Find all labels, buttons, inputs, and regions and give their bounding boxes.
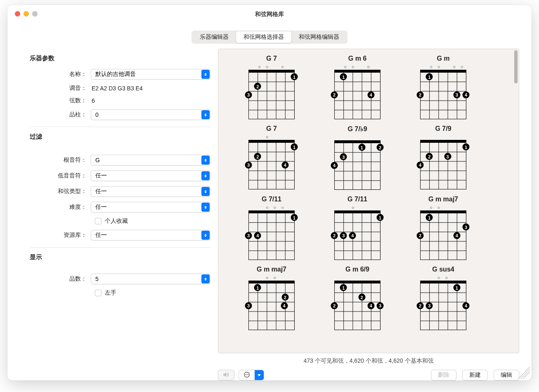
chord-item[interactable]: G m maj7○○1234 — [239, 266, 304, 330]
chord-name: G m — [437, 55, 449, 62]
chord-item[interactable]: G m maj7○○1324 — [411, 196, 476, 260]
row-capo: 品柱： 0 — [30, 109, 210, 120]
chord-item[interactable]: G 7○○○123 — [239, 55, 304, 119]
select-name-value: 默认的吉他调音 — [95, 71, 136, 78]
fretboard: 12243 — [329, 281, 385, 330]
select-bass[interactable]: 任一 — [91, 170, 210, 181]
finger-dot: 4 — [349, 232, 356, 239]
open-strings-row: ○○○ — [334, 64, 381, 69]
fretboard: 1234 — [415, 140, 471, 189]
finger-dot: 2 — [417, 91, 424, 98]
select-capo-value: 0 — [95, 111, 99, 118]
close-window-button[interactable] — [15, 11, 20, 17]
window: 和弦网格库 乐器编辑器 和弦网格选择器 和弦网格编辑器 乐器参数 名称： 默认的… — [7, 5, 532, 380]
chord-item[interactable]: G 7/91234 — [411, 125, 476, 190]
finger-dot: 4 — [463, 91, 470, 98]
label-frets: 品数： — [30, 275, 91, 283]
value-tuning: E2 A2 D3 G3 B3 E4 — [91, 85, 210, 92]
chevron-updown-icon — [201, 203, 210, 212]
label-tuning: 调音： — [30, 85, 91, 92]
fretboard: 124 — [329, 70, 385, 119]
open-strings-row — [334, 275, 381, 280]
chevron-updown-icon — [201, 171, 210, 180]
finger-dot: 4 — [281, 161, 288, 168]
svg-point-1 — [245, 374, 246, 375]
label-root: 根音符： — [30, 156, 91, 164]
chevron-updown-icon — [201, 231, 210, 240]
finger-dot: 4 — [367, 91, 374, 98]
row-strings: 弦数： 6 — [30, 97, 210, 104]
tab-chord-grid-selector[interactable]: 和弦网格选择器 — [236, 31, 291, 43]
edit-button[interactable]: 编辑 — [494, 370, 519, 380]
finger-dot: 2 — [331, 91, 338, 98]
resize-handle[interactable] — [518, 366, 530, 379]
finger-dot: 3 — [463, 224, 470, 231]
select-library-value: 任一 — [95, 231, 107, 239]
finger-dot: 3 — [245, 91, 252, 98]
chord-item[interactable]: G m○○○○1234 — [411, 55, 476, 119]
chord-name: G m 6/9 — [345, 266, 369, 273]
open-strings-row: ○○○ — [248, 205, 295, 210]
fretboard: 1234 — [243, 281, 300, 330]
chord-grid-list[interactable]: G 7○○○123G m 6○○○124G m○○○○1234G 7○1234G… — [218, 49, 519, 353]
checkbox-lefthand[interactable] — [95, 290, 102, 296]
chord-item[interactable]: G 7/11○○○134 — [239, 196, 304, 260]
finger-dot: 2 — [358, 294, 365, 301]
finger-dot: 1 — [291, 144, 298, 151]
open-strings-row: ○○ — [420, 205, 466, 210]
open-strings-row — [420, 135, 466, 139]
label-name: 名称： — [30, 71, 91, 78]
fretboard: 123 — [243, 70, 300, 119]
scrollbar-thumb[interactable] — [514, 50, 518, 83]
select-library[interactable]: 任一 — [91, 230, 210, 241]
select-capo[interactable]: 0 — [91, 109, 210, 120]
grid-area: G 7○○○123G m 6○○○124G m○○○○1234G 7○1234G… — [218, 49, 519, 380]
finger-dot: 3 — [340, 232, 347, 239]
finger-dot: 2 — [377, 144, 384, 151]
new-button[interactable]: 新建 — [462, 370, 488, 380]
delete-button[interactable]: 删除 — [431, 370, 456, 380]
finger-dot: 3 — [245, 161, 252, 168]
finger-dot: 3 — [377, 302, 384, 309]
fretboard: 134 — [243, 210, 300, 260]
open-strings-row: ○○ — [420, 275, 466, 280]
svg-point-2 — [246, 374, 247, 375]
open-strings-row: ○ — [248, 135, 295, 139]
chevron-updown-icon — [201, 156, 210, 165]
fretboard: 1234 — [415, 70, 471, 119]
chord-item[interactable]: G 7○1234 — [239, 125, 304, 190]
tab-chord-grid-editor[interactable]: 和弦网格编辑器 — [291, 31, 347, 43]
tab-bar: 乐器编辑器 和弦网格选择器 和弦网格编辑器 — [7, 31, 532, 44]
select-root-value: G — [95, 157, 100, 163]
value-strings: 6 — [91, 97, 210, 104]
chord-item[interactable]: G 7/♭91234 — [325, 125, 390, 190]
tab-instrument-editor[interactable]: 乐器编辑器 — [192, 31, 236, 43]
select-root[interactable]: G — [91, 155, 210, 165]
select-difficulty[interactable]: 任一 — [91, 202, 210, 213]
chord-item[interactable]: G sus4○○1234 — [411, 266, 476, 330]
select-chordtype[interactable]: 任一 — [91, 186, 210, 197]
select-frets[interactable]: 5 — [91, 274, 210, 284]
open-strings-row: ○ — [334, 205, 381, 210]
select-name[interactable]: 默认的吉他调音 — [91, 69, 210, 80]
minimize-window-button[interactable] — [24, 11, 29, 17]
row-difficulty: 难度： 任一 — [30, 202, 210, 213]
chord-item[interactable]: G m 6○○○124 — [325, 55, 390, 119]
finger-dot: 1 — [340, 284, 347, 291]
chord-item[interactable]: G m 6/912243 — [325, 266, 390, 330]
finger-dot: 1 — [340, 73, 347, 80]
zoom-window-button[interactable] — [32, 11, 38, 17]
tab-group: 乐器编辑器 和弦网格选择器 和弦网格编辑器 — [191, 31, 348, 44]
speaker-button[interactable] — [218, 370, 234, 380]
row-root: 根音符： G — [30, 155, 210, 165]
more-actions-button[interactable] — [239, 370, 264, 380]
finger-dot: 1 — [426, 214, 433, 221]
row-library: 资源库： 任一 — [30, 230, 210, 241]
label-difficulty: 难度： — [30, 203, 91, 211]
finger-dot: 2 — [331, 302, 338, 309]
fretboard: 1324 — [415, 210, 471, 260]
finger-dot: 2 — [417, 302, 424, 309]
checkbox-favorites[interactable] — [95, 218, 102, 224]
chord-name: G m maj7 — [257, 266, 286, 273]
chord-item[interactable]: G 7/11○1234 — [325, 196, 390, 260]
